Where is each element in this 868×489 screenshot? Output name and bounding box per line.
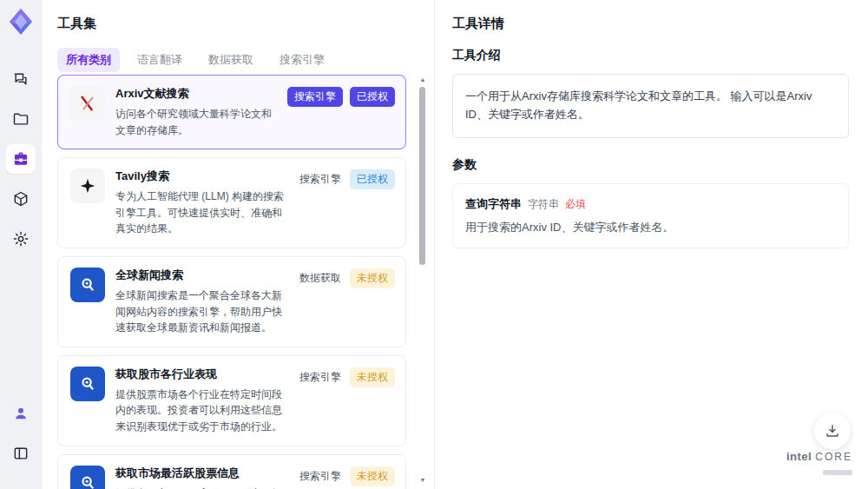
tool-icon (70, 466, 105, 489)
category-tab[interactable]: 搜索引擎 (271, 48, 333, 72)
cube-icon (12, 190, 30, 208)
rail-icon-group (6, 64, 36, 264)
tool-name: 获取市场最活跃股票信息 (115, 466, 287, 481)
auth-status-badge: 已授权 (350, 169, 395, 189)
tool-description: 访问各个研究领域大量科学论文和文章的存储库。 (115, 106, 277, 138)
param-name: 查询字符串 (465, 196, 522, 212)
detail-title: 工具详情 (452, 16, 849, 32)
param-type: 字符串 (528, 197, 559, 212)
rail-item-settings[interactable] (6, 224, 36, 254)
arxiv-logo-icon (78, 94, 97, 113)
brand-word-intel: intel (786, 450, 812, 463)
tool-card[interactable]: 获取市场最活跃股票信息 提供当天交易量最高的股票列表，投资者可以利用这些信息来识… (57, 454, 406, 489)
list-scrollbar[interactable]: ▲ ▼ (418, 76, 427, 484)
category-badge: 搜索引擎 (298, 169, 343, 189)
rail-item-folder[interactable] (6, 104, 36, 134)
rail-item-chat[interactable] (6, 64, 36, 94)
rail-item-user[interactable] (6, 399, 36, 428)
category-badge: 数据获取 (298, 268, 343, 288)
tool-icon (70, 169, 105, 203)
tool-icon (70, 268, 105, 302)
rail-bottom-group (6, 399, 36, 479)
tool-icon (70, 86, 105, 121)
rail-item-cube[interactable] (6, 184, 36, 214)
download-icon (825, 423, 840, 439)
page-title: 工具集 (57, 16, 434, 32)
search-icon (78, 473, 97, 489)
user-icon (12, 405, 30, 422)
tool-card[interactable]: Arxiv文献搜索 访问各个研究领域大量科学论文和文章的存储库。 搜索引擎 已授… (57, 75, 406, 149)
auth-status-badge: 未授权 (350, 466, 395, 486)
auth-status-badge: 已授权 (350, 87, 395, 107)
category-tabs: 所有类别 语言翻译 数据获取 搜索引擎 (57, 48, 434, 72)
settings-gear-icon (12, 230, 30, 248)
search-icon (78, 374, 97, 393)
tool-description: 专为人工智能代理 (LLM) 构建的搜索引擎工具。可快速提供实时、准确和真实的结… (115, 188, 287, 237)
tool-description: 全球新闻搜索是一个聚合全球各大新闻网站内容的搜索引擎，帮助用户快速获取全球最新资… (115, 287, 287, 336)
tool-list: Arxiv文献搜索 访问各个研究领域大量科学论文和文章的存储库。 搜索引擎 已授… (57, 75, 406, 489)
tool-card[interactable]: 全球新闻搜索 全球新闻搜索是一个聚合全球各大新闻网站内容的搜索引擎，帮助用户快速… (57, 256, 406, 347)
scrollbar-thumb[interactable] (419, 87, 425, 265)
toolbox-icon (12, 150, 30, 168)
category-badge: 搜索引擎 (287, 87, 343, 107)
category-tab[interactable]: 语言翻译 (128, 48, 191, 72)
param-required-badge: 必填 (565, 197, 586, 212)
auth-status-badge: 未授权 (350, 268, 395, 288)
category-tab[interactable]: 数据获取 (200, 48, 262, 72)
scroll-down-icon[interactable]: ▼ (418, 477, 427, 484)
brand-badge (823, 470, 852, 475)
param-list: 查询字符串 字符串 必填 用于搜索的Arxiv ID、关键字或作者姓名。 (452, 183, 849, 248)
tool-icon (70, 367, 105, 401)
spark-star-icon (79, 177, 96, 195)
param-description: 用于搜索的Arxiv ID、关键字或作者姓名。 (465, 220, 836, 235)
category-tab[interactable]: 所有类别 (57, 48, 120, 72)
search-icon (78, 275, 97, 294)
download-button[interactable] (814, 413, 851, 449)
tool-detail-panel: 工具详情 工具介绍 一个用于从Arxiv存储库搜索科学论文和文章的工具。 输入可… (434, 0, 868, 489)
brand-word-core: CORE (815, 451, 852, 463)
chat-icon (12, 70, 30, 88)
rail-item-panel-toggle[interactable] (6, 439, 36, 468)
rail-item-toolbox[interactable] (6, 144, 36, 174)
tool-name: 获取股市各行业表现 (115, 367, 287, 382)
panel-toggle-icon (12, 445, 30, 462)
folder-icon (12, 110, 30, 128)
app-window: 工具集 所有类别 语言翻译 数据获取 搜索引擎 Arxiv文献搜索 访问各个研究… (0, 0, 868, 489)
left-rail (0, 0, 42, 489)
intel-core-logo: intel CORE (786, 450, 852, 479)
tool-name: Arxiv文献搜索 (115, 86, 277, 102)
param-card: 查询字符串 字符串 必填 用于搜索的Arxiv ID、关键字或作者姓名。 (452, 183, 849, 248)
app-logo-icon[interactable] (6, 7, 36, 36)
params-section-title: 参数 (452, 157, 849, 173)
intro-section-title: 工具介绍 (452, 48, 849, 63)
tool-intro-text: 一个用于从Arxiv存储库搜索科学论文和文章的工具。 输入可以是Arxiv ID… (452, 74, 849, 138)
category-badge: 搜索引擎 (298, 367, 343, 387)
tool-name: Tavily搜索 (115, 169, 287, 184)
auth-status-badge: 未授权 (350, 367, 395, 387)
category-badge: 搜索引擎 (298, 466, 343, 486)
scroll-up-icon[interactable]: ▲ (418, 76, 427, 83)
tool-description: 提供股票市场各个行业在特定时间段内的表现。投资者可以利用这些信息来识别表现优于或… (115, 387, 287, 435)
tool-name: 全球新闻搜索 (115, 268, 287, 283)
tool-list-panel: 工具集 所有类别 语言翻译 数据获取 搜索引擎 Arxiv文献搜索 访问各个研究… (42, 0, 434, 489)
tool-card[interactable]: 获取股市各行业表现 提供股票市场各个行业在特定时间段内的表现。投资者可以利用这些… (57, 355, 406, 446)
tool-description: 提供当天交易量最高的股票列表，投资者可以利用这些信息来识别流动性强的股票和潜在的… (115, 486, 287, 489)
tool-card[interactable]: Tavily搜索 专为人工智能代理 (LLM) 构建的搜索引擎工具。可快速提供实… (57, 157, 406, 248)
